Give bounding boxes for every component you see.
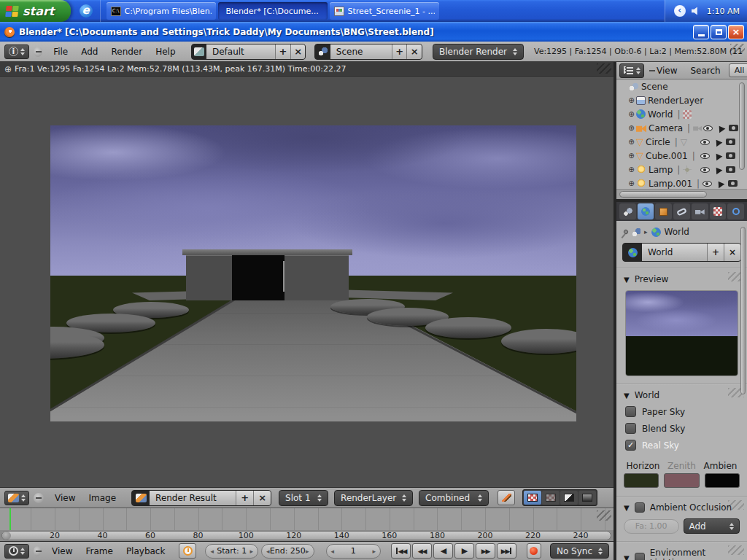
visibility-eye-icon[interactable]: [700, 139, 710, 145]
ao-factor-field[interactable]: Fa: 1.00: [624, 519, 679, 534]
editor-type-button[interactable]: [4, 491, 29, 505]
outliner-item-renderlayer[interactable]: ⊕ RenderLayer: [616, 93, 747, 107]
panel-collapse-icon[interactable]: ▼: [624, 504, 630, 512]
panel-drag-stripes-icon[interactable]: [728, 500, 744, 510]
play-button[interactable]: ▶: [454, 543, 474, 559]
editor-type-button[interactable]: [619, 63, 644, 78]
screen-layout-browse-button[interactable]: [192, 44, 206, 59]
area-resize-stripes-icon[interactable]: [597, 510, 611, 521]
pin-icon[interactable]: [623, 229, 629, 235]
checkbox-row-paper-sky[interactable]: Paper Sky: [616, 403, 747, 420]
taskbar-task-street-screenie-1-[interactable]: Street_Screenie_1 - ...: [330, 2, 439, 20]
selectable-cursor-icon[interactable]: [713, 151, 723, 160]
info-menu-help[interactable]: Help: [149, 44, 182, 59]
image-paint-toggle[interactable]: [498, 490, 515, 505]
info-menu-render[interactable]: Render: [104, 44, 149, 59]
expand-icon[interactable]: ⊕: [627, 152, 636, 160]
channel-alpha-button[interactable]: [560, 491, 578, 505]
selectable-cursor-icon[interactable]: [713, 165, 723, 174]
area-resize-stripes-icon[interactable]: [597, 63, 611, 74]
expand-icon[interactable]: ⊕: [627, 110, 636, 118]
visibility-eye-icon[interactable]: [700, 167, 710, 173]
render-engine-dropdown[interactable]: Blender Render: [433, 44, 524, 60]
frame-end-field[interactable]: ◂End: 250▸: [261, 544, 314, 559]
channel-rgba-button[interactable]: [524, 491, 541, 505]
ambient-occlusion-panel-header[interactable]: ▼ Ambient Occlusion: [616, 497, 747, 516]
add-world-button[interactable]: +: [707, 244, 724, 261]
timeline-menu-frame[interactable]: Frame: [79, 544, 119, 559]
play-reverse-button[interactable]: ◀: [433, 543, 453, 559]
renderable-camera-icon[interactable]: [729, 125, 738, 131]
visibility-eye-icon[interactable]: [700, 153, 710, 159]
expand-icon[interactable]: ⊕: [627, 166, 636, 174]
selectable-cursor-icon[interactable]: [716, 179, 725, 187]
window-titlebar[interactable]: Blender* [C:\Documents and Settings\Tric…: [0, 22, 747, 42]
outliner-item-camera[interactable]: ⊕ Camera |: [616, 121, 747, 135]
properties-tab-world[interactable]: [638, 203, 654, 219]
outliner-horizontal-scrollbar[interactable]: [616, 189, 747, 199]
taskbar-task-c-program-files-blen-[interactable]: C:\ C:\Program Files\Blen...: [107, 2, 216, 20]
environment-lighting-panel-header[interactable]: ▼ Environment Lighting: [616, 542, 747, 560]
jump-to-start-button[interactable]: ◀◀: [391, 543, 411, 559]
new-image-button[interactable]: +: [236, 491, 253, 505]
renderable-camera-icon[interactable]: [726, 152, 735, 159]
outliner-item-cube-001[interactable]: ⊕ ▽ Cube.001 |: [616, 149, 747, 163]
outliner-vertical-scrollbar[interactable]: [739, 82, 745, 170]
checkbox-row-blend-sky[interactable]: Blend Sky: [616, 420, 747, 437]
timeline-scrollbar-handle[interactable]: [2, 532, 11, 540]
color-swatch-horizon[interactable]: [624, 473, 659, 488]
outliner-display-mode-dropdown[interactable]: All S: [729, 63, 747, 77]
renderable-camera-icon[interactable]: [726, 166, 735, 173]
ambient-occlusion-checkbox[interactable]: [635, 502, 645, 513]
outliner-item-lamp[interactable]: ⊕ Lamp |: [616, 163, 747, 176]
expand-icon[interactable]: ⊕: [627, 179, 636, 187]
expand-icon[interactable]: ⊕: [627, 138, 636, 146]
internet-explorer-icon[interactable]: e: [80, 4, 93, 18]
checkbox[interactable]: [625, 406, 636, 417]
sync-dropdown[interactable]: No Sync: [550, 543, 609, 559]
environment-lighting-checkbox[interactable]: [635, 553, 645, 560]
outliner-item-scene[interactable]: Scene: [616, 79, 747, 93]
browse-world-button[interactable]: [623, 244, 642, 261]
editor-type-button[interactable]: i: [4, 44, 29, 59]
world-name-field[interactable]: World: [642, 244, 707, 261]
channel-rgb-button[interactable]: [542, 491, 560, 505]
visibility-eye-icon[interactable]: [703, 125, 713, 131]
image-menu-image[interactable]: Image: [82, 491, 123, 505]
expand-panel-icon[interactable]: ⊕: [4, 64, 12, 74]
properties-vertical-scrollbar[interactable]: [740, 227, 746, 394]
start-button[interactable]: start: [0, 0, 71, 22]
timeline-playhead[interactable]: [9, 508, 11, 530]
properties-tab-constraints[interactable]: [673, 203, 690, 219]
taskbar-task-blender-c-docume-[interactable]: Blender* [C:\Docume...: [218, 2, 328, 20]
checkbox[interactable]: [625, 423, 636, 434]
current-frame-field[interactable]: ◂1▸: [326, 544, 381, 559]
frame-start-field[interactable]: ◂Start: 1▸: [205, 544, 258, 559]
properties-tab-physics[interactable]: [727, 203, 744, 219]
selectable-cursor-icon[interactable]: [716, 123, 726, 132]
checkbox[interactable]: ✓: [625, 440, 636, 451]
area-resize-stripes-icon[interactable]: [730, 44, 745, 54]
properties-tab-scene[interactable]: [619, 203, 636, 219]
add-layout-button[interactable]: +: [275, 44, 290, 59]
render-pass-dropdown[interactable]: Combined: [419, 490, 489, 506]
timeline-menu-playback[interactable]: Playback: [120, 544, 172, 559]
image-name[interactable]: Render Result: [150, 491, 236, 505]
selectable-cursor-icon[interactable]: [713, 137, 723, 146]
close-button[interactable]: ×: [728, 25, 744, 39]
color-swatch-ambien[interactable]: [705, 473, 740, 488]
only-render-keyframes-toggle[interactable]: [179, 543, 196, 559]
timeline-menu-view[interactable]: View: [45, 544, 79, 559]
timeline-scrollbar[interactable]: 20406080100120140160180200220240: [0, 530, 614, 541]
properties-tab-object-data[interactable]: [692, 203, 708, 219]
slot-dropdown[interactable]: Slot 1: [279, 490, 328, 506]
renderable-camera-icon[interactable]: [728, 180, 738, 187]
minimize-button[interactable]: [693, 25, 709, 39]
restore-button[interactable]: [711, 25, 727, 39]
properties-tab-texture[interactable]: [710, 203, 727, 219]
timeline-tracks[interactable]: [0, 508, 614, 530]
volume-icon[interactable]: [692, 7, 701, 15]
scene-browse-button[interactable]: [315, 44, 330, 59]
scrollbar-thumb[interactable]: [619, 191, 707, 198]
image-menu-view[interactable]: View: [48, 491, 82, 505]
